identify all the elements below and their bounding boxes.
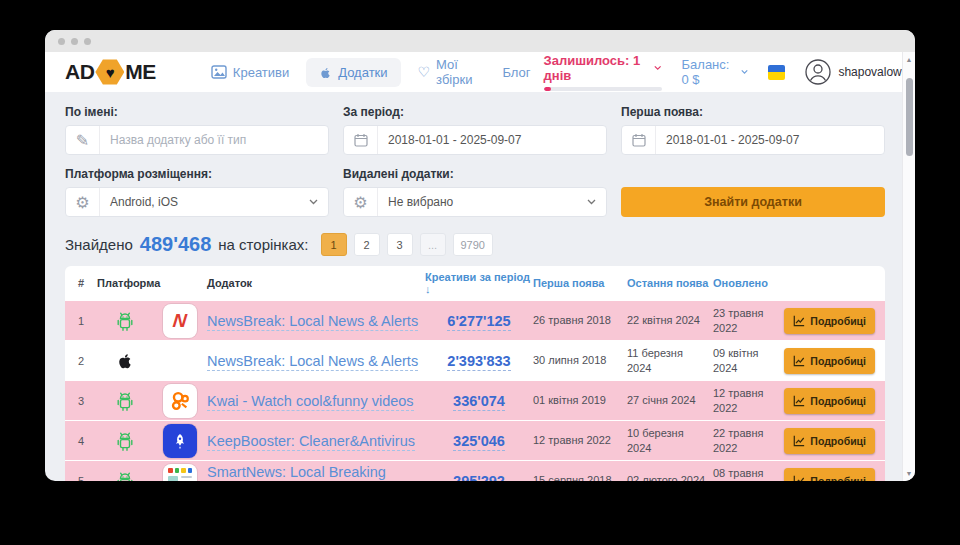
creatives-count-link[interactable]: 295'292 bbox=[453, 473, 505, 482]
first-seen-date: 01 квітня 2019 bbox=[533, 393, 627, 408]
details-button[interactable]: Подробиці bbox=[784, 348, 875, 374]
apple-icon bbox=[319, 65, 332, 80]
page-button-last[interactable]: 9790 bbox=[453, 233, 493, 256]
android-icon bbox=[97, 470, 153, 482]
col-header-first-seen[interactable]: Перша поява bbox=[533, 277, 627, 289]
platform-select[interactable]: ⚙ Android, iOS bbox=[65, 187, 329, 217]
details-button[interactable]: Подробиці bbox=[784, 388, 875, 414]
nav-item-blog[interactable]: Блог bbox=[489, 58, 543, 87]
details-button[interactable]: Подробиці bbox=[784, 308, 875, 334]
topbar-right: Залишилось: 1 днів Баланс: 0 $ shapovalo… bbox=[544, 53, 915, 91]
balance-dropdown[interactable]: Баланс: 0 $ bbox=[682, 57, 748, 87]
table-row: 1 N NewsBreak: Local News & Alerts 6'277… bbox=[65, 300, 885, 340]
first-seen-date: 26 травня 2018 bbox=[533, 313, 627, 328]
gear-icon: ⚙ bbox=[344, 188, 378, 216]
creatives-count-link[interactable]: 336'074 bbox=[453, 393, 505, 411]
scroll-down-icon[interactable]: ▼ bbox=[903, 470, 915, 477]
heart-icon: ♡ bbox=[418, 65, 431, 79]
image-icon bbox=[211, 65, 227, 79]
deleted-apps-select[interactable]: ⚙ Не вибрано bbox=[343, 187, 607, 217]
app-name-link[interactable]: NewsBreak: Local News & Alerts bbox=[207, 313, 418, 331]
user-menu[interactable]: shapovalowa_ad bbox=[805, 59, 915, 85]
page-button-1[interactable]: 1 bbox=[321, 233, 347, 256]
app-name-link[interactable]: Kwai - Watch cool&funny videos bbox=[207, 393, 414, 411]
first-seen-date: 30 липня 2018 bbox=[533, 353, 627, 368]
found-suffix: на сторінках: bbox=[218, 236, 308, 253]
page-scrollbar[interactable]: ▲ ▼ bbox=[902, 52, 915, 481]
browser-window: AD ♥ ME Креативи Додатки ♡ Мої збірки Бл… bbox=[45, 30, 915, 481]
android-icon bbox=[97, 390, 153, 412]
nav-item-creatives[interactable]: Креативи bbox=[198, 58, 302, 87]
ukraine-flag-icon[interactable] bbox=[768, 65, 785, 80]
col-header-num: # bbox=[65, 277, 97, 289]
details-label: Подробиці bbox=[810, 355, 866, 367]
col-header-updated[interactable]: Оновлено bbox=[713, 277, 789, 289]
adheart-logo[interactable]: AD ♥ ME bbox=[65, 59, 156, 86]
page-button-3[interactable]: 3 bbox=[387, 233, 413, 256]
found-count: 489'468 bbox=[140, 233, 212, 256]
page-content: По імені: ✎ За період: Перша поява: bbox=[45, 92, 915, 481]
updated-date: 22 травня 2022 bbox=[713, 426, 789, 456]
last-seen-date: 11 березня 2024 bbox=[627, 346, 713, 376]
calendar-icon bbox=[622, 126, 656, 154]
first-seen-range-input[interactable] bbox=[656, 133, 884, 147]
filter-label: По імені: bbox=[65, 105, 329, 119]
chevron-down-icon bbox=[587, 199, 606, 205]
app-name-link[interactable]: SmartNews: Local Breaking News bbox=[207, 464, 386, 482]
updated-date: 12 травня 2022 bbox=[713, 386, 789, 416]
table-row: 3 Kwai - Watch cool&funny videos 336'074… bbox=[65, 380, 885, 420]
table-row: 4 KeepBooster: Cleaner&Antivirus 325'046… bbox=[65, 420, 885, 460]
row-number: 1 bbox=[65, 315, 97, 327]
android-icon bbox=[97, 310, 153, 332]
scroll-up-icon[interactable]: ▲ bbox=[903, 56, 915, 63]
last-seen-date: 02 лютого 2024 bbox=[627, 473, 713, 481]
scrollbar-thumb[interactable] bbox=[906, 78, 913, 156]
submit-cell: Знайти додатки bbox=[621, 167, 885, 217]
find-apps-button[interactable]: Знайти додатки bbox=[621, 187, 885, 217]
updated-date: 08 травня 2022 bbox=[713, 466, 789, 481]
remaining-dropdown[interactable]: Залишилось: 1 днів bbox=[544, 53, 662, 83]
apple-icon bbox=[97, 350, 153, 371]
window-minimize-button[interactable] bbox=[71, 38, 78, 45]
col-header-last-seen[interactable]: Остання поява bbox=[627, 277, 713, 289]
heart-glyph: ♥ bbox=[106, 65, 114, 80]
updated-date: 23 травня 2022 bbox=[713, 306, 789, 336]
creatives-count-link[interactable]: 325'046 bbox=[453, 433, 505, 451]
filter-by-name: По імені: ✎ bbox=[65, 105, 329, 155]
period-range-input[interactable] bbox=[378, 133, 606, 147]
details-button[interactable]: Подробиці bbox=[784, 468, 875, 482]
window-titlebar bbox=[45, 30, 915, 52]
remaining-progress-fill bbox=[544, 87, 551, 91]
remaining-progress-bar bbox=[544, 87, 662, 91]
chart-icon bbox=[793, 315, 805, 327]
results-summary: Знайдено 489'468 на сторінках: 1 2 3 ...… bbox=[65, 233, 885, 256]
page-button-2[interactable]: 2 bbox=[354, 233, 380, 256]
kwai-app-icon bbox=[163, 384, 197, 418]
logo-text-pre: AD bbox=[65, 60, 94, 84]
filters-panel: По імені: ✎ За період: Перша поява: bbox=[65, 105, 885, 217]
creatives-count-link[interactable]: 2'393'833 bbox=[447, 353, 510, 371]
filter-period: За період: bbox=[343, 105, 607, 155]
last-seen-date: 27 січня 2024 bbox=[627, 393, 713, 408]
details-button[interactable]: Подробиці bbox=[784, 428, 875, 454]
app-name-link[interactable]: KeepBooster: Cleaner&Antivirus bbox=[207, 433, 415, 451]
deleted-select-value: Не вибрано bbox=[378, 195, 587, 209]
filter-label: Перша поява: bbox=[621, 105, 885, 119]
last-seen-date: 10 березня 2024 bbox=[627, 426, 713, 456]
filter-platform: Платформа розміщення: ⚙ Android, iOS bbox=[65, 167, 329, 217]
creatives-count-link[interactable]: 6'277'125 bbox=[447, 313, 510, 331]
top-navigation-bar: AD ♥ ME Креативи Додатки ♡ Мої збірки Бл… bbox=[45, 52, 915, 92]
details-label: Подробиці bbox=[810, 435, 866, 447]
nav-item-collections[interactable]: ♡ Мої збірки bbox=[405, 50, 486, 94]
remaining-label: Залишилось: 1 днів bbox=[544, 53, 650, 83]
col-header-creatives[interactable]: Креативи за період ↓ bbox=[425, 271, 533, 295]
window-maximize-button[interactable] bbox=[84, 38, 91, 45]
last-seen-date: 22 квітня 2024 bbox=[627, 313, 713, 328]
app-name-link[interactable]: NewsBreak: Local News & Alerts bbox=[207, 353, 418, 371]
nav-item-apps[interactable]: Додатки bbox=[306, 58, 400, 87]
window-close-button[interactable] bbox=[58, 38, 65, 45]
main-nav: Креативи Додатки ♡ Мої збірки Блог bbox=[198, 50, 544, 94]
details-label: Подробиці bbox=[810, 475, 866, 482]
app-name-input[interactable] bbox=[100, 133, 328, 147]
chart-icon bbox=[793, 395, 805, 407]
